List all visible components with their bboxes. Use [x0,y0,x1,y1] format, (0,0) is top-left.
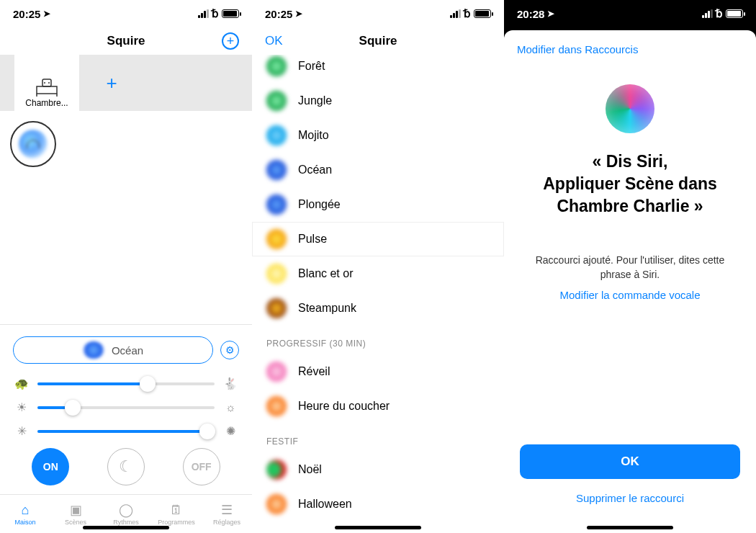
settings-gear-button[interactable]: ⚙ [220,341,239,359]
status-time: 20:25 [13,8,40,20]
rabbit-icon: 🐇 [222,377,239,390]
pulse-icon [266,229,287,249]
svg-point-3 [48,82,50,84]
brightness-slider[interactable] [37,406,215,409]
home-indicator[interactable] [83,526,169,529]
status-bar: 20:25 ➤ ␢ [0,0,252,27]
palm-icon [266,91,287,111]
rythmes-icon: ◯ [119,502,133,518]
sun-high-icon: ☼ [222,401,239,414]
edit-voice-command-link[interactable]: Modifier la commande vocale [517,289,743,301]
screen-siri-shortcut: 20:28 ➤ ␢ Modifier dans Raccourcis « Dis… [504,0,756,533]
scene-item-foret[interactable]: Forêt [252,55,504,84]
status-icons: ␢ [198,7,239,20]
wave-icon [266,160,287,180]
edit-in-shortcuts-link[interactable]: Modifier dans Raccourcis [517,43,743,55]
tab-reglages[interactable]: ☰Réglages [202,495,252,533]
svg-point-2 [44,82,45,84]
alarm-icon [266,362,287,382]
wifi-icon: ␢ [212,7,219,20]
leaf-icon [266,125,287,145]
status-time: 20:28 [517,8,544,20]
room-label: Chambre... [25,98,68,108]
on-button[interactable]: ON [32,448,69,485]
home-indicator[interactable] [335,526,421,529]
scene-item-noel[interactable]: Noël [252,452,504,487]
status-bar: 20:25 ➤ ␢ [252,0,504,27]
intensity-slider-row: ✳ ✺ [13,424,239,438]
app-header: Squire + [0,27,252,55]
scene-selector[interactable]: Océan [13,336,213,364]
section-progressif: PROGRESSIF (30 MIN) [252,326,504,354]
room-selector: Chambre... + [0,55,252,111]
header-title: Squire [30,34,222,48]
home-icon: ⌂ [22,503,30,518]
wave-icon [83,341,104,359]
brightness-slider-row: ☀ ☼ [13,400,239,414]
siri-icon [606,84,654,133]
add-room-button[interactable]: + [79,55,144,111]
ok-button[interactable]: OK [265,34,283,48]
sun-low-icon: ☀ [13,400,30,414]
signal-icon [450,9,461,18]
status-icons: ␢ [702,7,743,20]
shortcut-sheet: Modifier dans Raccourcis « Dis Siri, App… [504,30,756,533]
turtle-icon: 🐢 [13,377,30,390]
status-bar: 20:28 ➤ ␢ [504,0,756,27]
speed-slider[interactable] [37,382,215,385]
siri-phrase: « Dis Siri, Appliquer Scène dans Chambre… [517,151,743,218]
delete-shortcut-link[interactable]: Supprimer le raccourci [517,492,743,504]
device-icon[interactable] [10,121,56,167]
battery-icon [474,9,491,18]
scene-item-jungle[interactable]: Jungle [252,84,504,118]
bed-icon [32,76,61,98]
add-button[interactable]: + [222,32,239,50]
location-icon: ➤ [295,9,302,19]
room-tile-chambre[interactable]: Chambre... [14,55,79,111]
sparkle-high-icon: ✺ [222,424,239,438]
sleep-icon [266,396,287,416]
sparkle-low-icon: ✳ [13,424,30,438]
off-button[interactable]: OFF [183,448,220,485]
tab-maison[interactable]: ⌂Maison [0,495,50,533]
ok-confirm-button[interactable]: OK [520,444,740,479]
pumpkin-icon [266,494,287,514]
wifi-icon: ␢ [464,7,471,20]
scene-item-blanc-or[interactable]: Blanc et or [252,256,504,291]
xmas-tree-icon [266,460,287,480]
svg-rect-0 [37,86,57,94]
star-icon [266,264,287,284]
modal-header: OK Squire [252,27,504,55]
signal-icon [702,9,713,18]
scene-item-plongee[interactable]: Plongée [252,187,504,222]
modal-title: Squire [359,34,397,48]
reglages-icon: ☰ [221,502,233,518]
scene-item-halloween[interactable]: Halloween [252,487,504,521]
programmes-icon: 🗓 [170,503,183,518]
location-icon: ➤ [43,9,50,19]
scene-list[interactable]: Forêt Jungle Mojito Océan Plongée Pulse … [252,55,504,533]
status-time: 20:25 [265,8,292,20]
device-area [0,111,252,324]
scenes-icon: ▣ [70,502,82,518]
intensity-slider[interactable] [37,430,215,433]
screen-scene-list: 20:25 ➤ ␢ OK Squire Forêt Jungle Mojito … [252,0,504,533]
scene-name: Océan [112,344,143,357]
tree-icon [266,56,287,76]
scene-item-steampunk[interactable]: Steampunk [252,291,504,326]
scene-item-coucher[interactable]: Heure du coucher [252,389,504,424]
scene-item-pulse[interactable]: Pulse [252,222,504,256]
control-panel: Océan ⚙ 🐢 🐇 ☀ ☼ ✳ ✺ ON ☾ [0,324,252,494]
scene-item-mojito[interactable]: Mojito [252,118,504,153]
wifi-icon: ␢ [716,7,723,20]
section-festif: FESTIF [252,424,504,452]
location-icon: ➤ [547,9,554,19]
speed-slider-row: 🐢 🐇 [13,377,239,390]
shortcut-subtitle: Raccourci ajouté. Pour l'utiliser, dites… [517,254,743,282]
home-indicator[interactable] [587,526,673,529]
scene-item-reveil[interactable]: Réveil [252,354,504,389]
screen-home: 20:25 ➤ ␢ Squire + Chambre... + [0,0,252,533]
night-mode-button[interactable]: ☾ [107,448,145,485]
fish-icon [266,194,287,215]
scene-item-ocean[interactable]: Océan [252,153,504,187]
